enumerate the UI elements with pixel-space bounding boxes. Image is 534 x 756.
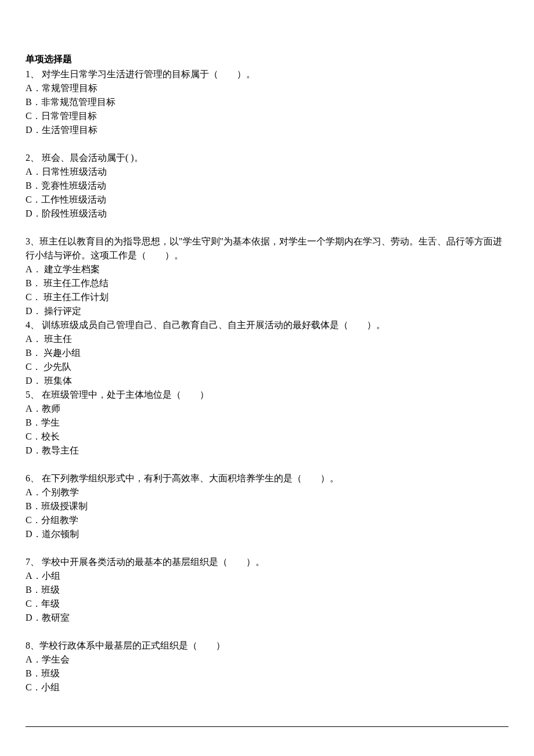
option-b: B．班级授课制 xyxy=(26,499,508,513)
option-d: D． 班集体 xyxy=(26,374,508,388)
question-stem: 3、班主任以教育目的为指导思想，以"学生守则"为基本依据，对学生一个学期内在学习… xyxy=(26,235,508,262)
question-stem: 2、 班会、晨会活动属于( )。 xyxy=(26,151,508,165)
question-stem: 6、 在下列教学组织形式中，有利于高效率、大面积培养学生的是（ ）。 xyxy=(26,471,508,485)
option-d: D． 操行评定 xyxy=(26,304,508,318)
option-d: D．教导主任 xyxy=(26,444,508,458)
option-b: B．竞赛性班级活动 xyxy=(26,179,508,193)
question-stem: 8、学校行政体系中最基层的正式组织是（ ） xyxy=(26,639,508,653)
option-c: C．小组 xyxy=(26,681,508,694)
question-block: 8、学校行政体系中最基层的正式组织是（ ） A．学生会 B．班级 C．小组 xyxy=(26,639,508,694)
option-d: D．生活管理目标 xyxy=(26,123,508,137)
option-b: B．学生 xyxy=(26,416,508,430)
option-a: A．个别教学 xyxy=(26,485,508,499)
footer-divider xyxy=(26,726,508,727)
section-title: 单项选择题 xyxy=(26,52,508,66)
option-b: B． 兴趣小组 xyxy=(26,346,508,360)
option-c: C． 少先队 xyxy=(26,360,508,374)
option-c: C．校长 xyxy=(26,430,508,444)
question-stem: 5、 在班级管理中，处于主体地位是（ ） xyxy=(26,388,508,402)
question-block: 4、 训练班级成员自己管理自己、自己教育自己、自主开展活动的最好载体是（ ）。 … xyxy=(26,318,508,388)
option-a: A．教师 xyxy=(26,402,508,416)
question-block: 3、班主任以教育目的为指导思想，以"学生守则"为基本依据，对学生一个学期内在学习… xyxy=(26,235,508,318)
question-stem: 7、 学校中开展各类活动的最基本的基层组织是（ ）。 xyxy=(26,555,508,569)
option-a: A．日常性班级活动 xyxy=(26,165,508,179)
option-d: D．道尔顿制 xyxy=(26,527,508,541)
question-stem: 1、 对学生日常学习生活进行管理的目标属于（ ）。 xyxy=(26,67,508,81)
option-d: D．阶段性班级活动 xyxy=(26,207,508,221)
question-block: 5、 在班级管理中，处于主体地位是（ ） A．教师 B．学生 C．校长 D．教导… xyxy=(26,388,508,458)
option-c: C．年级 xyxy=(26,597,508,611)
option-a: A．小组 xyxy=(26,569,508,583)
option-c: C．工作性班级活动 xyxy=(26,193,508,207)
option-b: B． 班主任工作总结 xyxy=(26,276,508,290)
option-d: D．教研室 xyxy=(26,611,508,625)
question-block: 6、 在下列教学组织形式中，有利于高效率、大面积培养学生的是（ ）。 A．个别教… xyxy=(26,471,508,541)
option-c: C．日常管理目标 xyxy=(26,109,508,123)
option-c: C．分组教学 xyxy=(26,513,508,527)
option-a: A． 建立学生档案 xyxy=(26,262,508,276)
question-block: 7、 学校中开展各类活动的最基本的基层组织是（ ）。 A．小组 B．班级 C．年… xyxy=(26,555,508,625)
option-b: B．非常规范管理目标 xyxy=(26,95,508,109)
option-a: A． 班主任 xyxy=(26,332,508,346)
option-a: A．学生会 xyxy=(26,653,508,667)
question-block: 2、 班会、晨会活动属于( )。 A．日常性班级活动 B．竞赛性班级活动 C．工… xyxy=(26,151,508,221)
option-b: B．班级 xyxy=(26,583,508,597)
question-block: 1、 对学生日常学习生活进行管理的目标属于（ ）。 A．常规管理目标 B．非常规… xyxy=(26,67,508,137)
option-a: A．常规管理目标 xyxy=(26,81,508,95)
option-c: C． 班主任工作计划 xyxy=(26,290,508,304)
option-b: B．班级 xyxy=(26,667,508,681)
question-stem: 4、 训练班级成员自己管理自己、自己教育自己、自主开展活动的最好载体是（ ）。 xyxy=(26,318,508,332)
